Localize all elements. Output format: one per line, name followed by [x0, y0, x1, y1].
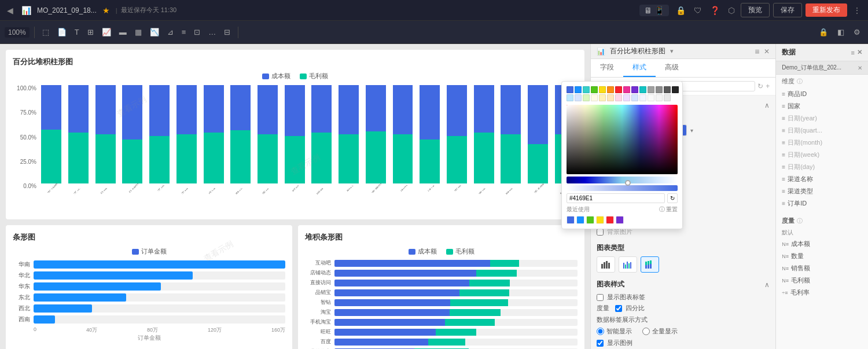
more-icon[interactable]: ⋮ [851, 5, 863, 16]
color-swatch-22[interactable] [631, 94, 638, 101]
degree-checkbox[interactable] [615, 305, 622, 312]
style-plus-icon[interactable]: + [766, 82, 770, 90]
color-swatch-9[interactable] [639, 86, 646, 93]
color-swatch-17[interactable] [591, 94, 598, 101]
toolbar-text-icon[interactable]: T [72, 26, 82, 38]
shbar-blue-fill [334, 299, 450, 306]
toolbar-layer-icon[interactable]: ◧ [834, 26, 847, 38]
color-swatch-7[interactable] [623, 86, 630, 93]
full-show-option[interactable]: 全量显示 [642, 327, 678, 336]
zoom-level[interactable]: 100% [5, 27, 30, 38]
toolbar-canvas-icon[interactable]: ⬚ [39, 26, 52, 38]
color-swatch-6[interactable] [615, 86, 622, 93]
toolbar-filter-icon[interactable]: ⊟ [221, 26, 233, 38]
basic-info-collapse[interactable]: ∧ [764, 101, 770, 109]
color-swatch-18[interactable] [599, 94, 606, 101]
tab-field[interactable]: 字段 [591, 59, 623, 77]
svg-rect-4 [623, 263, 624, 269]
color-swatch-24[interactable] [648, 94, 654, 101]
recent-swatch-3[interactable] [596, 216, 604, 224]
toolbar-list-icon[interactable]: ≡ [179, 26, 189, 38]
toolbar-file-icon[interactable]: 📄 [54, 26, 69, 38]
panel-menu-icon[interactable]: ≡ [755, 47, 759, 56]
chart-style-collapse[interactable]: ∧ [764, 281, 770, 289]
toolbar-line-icon[interactable]: 📈 [99, 26, 114, 38]
color-swatch-5[interactable] [607, 86, 614, 93]
recent-swatch-2[interactable] [591, 216, 594, 224]
toolbar-bar-icon[interactable]: ▬ [116, 26, 130, 38]
smart-show-radio[interactable] [597, 328, 604, 335]
panel-chart-name[interactable]: 百分比堆积柱形图 [610, 46, 665, 56]
copy-color-btn[interactable]: ↻ [667, 193, 678, 203]
panel-close-icon[interactable]: ✕ [764, 47, 770, 56]
reset-label[interactable]: 重置 [666, 205, 678, 214]
bar-segment-blue [420, 85, 440, 139]
star-icon[interactable]: ★ [100, 5, 112, 16]
toolbar-table-icon[interactable]: ⊞ [84, 26, 97, 38]
color-swatch-4[interactable] [599, 86, 606, 93]
lock-icon[interactable]: 🔒 [674, 5, 688, 16]
toolbar-grid-icon[interactable]: ▦ [132, 26, 145, 38]
color-swatch-20[interactable] [615, 94, 622, 101]
color-swatch-11[interactable] [656, 86, 663, 93]
toolbar-lock-icon[interactable]: 🔒 [816, 26, 831, 38]
smart-show-option[interactable]: 智能显示 [597, 327, 632, 336]
help-icon[interactable]: ❓ [708, 5, 722, 16]
toolbar-settings-icon[interactable]: ⚙ [851, 26, 863, 38]
refresh-icon[interactable]: ↻ [757, 82, 763, 90]
color-swatch-10[interactable] [648, 86, 654, 93]
recent-swatch-4[interactable] [606, 216, 614, 224]
gradient-handle[interactable] [625, 180, 631, 186]
toolbar-pie-icon[interactable]: ⊿ [164, 26, 176, 38]
recent-swatch-5[interactable] [616, 216, 624, 224]
hex-input[interactable] [591, 193, 665, 203]
hbar-label: 华东 [13, 282, 30, 291]
full-right: 📊 百分比堆积柱形图 ▾ ≡ ✕ 字段 样式 高级 🔍 ↻ + [590, 44, 868, 349]
toolbar-area-icon[interactable]: 📉 [147, 26, 162, 38]
color-swatch-23[interactable] [639, 94, 646, 101]
bar-group: 直接访问 [471, 85, 496, 189]
chart-type-btn-2[interactable] [619, 256, 637, 273]
color-swatch-25[interactable] [656, 94, 663, 101]
color-swatch-3[interactable] [591, 86, 598, 93]
bar-group: 旺旺 [282, 85, 307, 189]
panel-chart-dropdown[interactable]: ▾ [670, 47, 674, 55]
full-show-radio[interactable] [642, 328, 650, 335]
color-dropdown-arrow[interactable]: ▾ [690, 127, 693, 134]
color-swatch-8[interactable] [631, 86, 638, 93]
bar-label: 淡淡 [426, 183, 435, 192]
color-swatch-12[interactable] [664, 86, 671, 93]
data-panel-close[interactable]: ✕ [857, 49, 862, 56]
shield-icon[interactable]: 🛡 [692, 5, 704, 16]
preview-button[interactable]: 预览 [741, 3, 770, 17]
color-swatch-26[interactable] [664, 94, 671, 101]
save-button[interactable]: 保存 [773, 3, 802, 17]
bg-image-checkbox[interactable] [597, 229, 604, 236]
color-swatch-21[interactable] [623, 94, 630, 101]
chart-type-btn-3[interactable] [641, 256, 659, 273]
toolbar-more-icon[interactable]: … [205, 26, 219, 38]
hue-gradient[interactable] [591, 105, 678, 174]
tab-style[interactable]: 样式 [623, 59, 656, 77]
show-label-checkbox[interactable] [597, 294, 604, 301]
tab-advanced[interactable]: 高级 [656, 59, 688, 77]
canvas-area[interactable]: 百分比堆积柱形图 成本额 毛利额 100.0% 75.0% 50.0% 25.0… [0, 44, 590, 349]
data-panel-menu[interactable]: ≡ [851, 49, 855, 56]
grouped-bar-icon [623, 259, 633, 270]
desktop-icon[interactable]: 🖥 [644, 6, 652, 15]
chart-type-btn-1[interactable] [597, 256, 615, 273]
mobile-icon[interactable]: 📱 [654, 6, 664, 15]
publish-button[interactable]: 重新发布 [806, 3, 847, 17]
show-legend-checkbox[interactable] [597, 340, 604, 347]
data-panel-title: 数据 [782, 47, 796, 57]
dataset-close[interactable]: ✕ [858, 65, 862, 71]
color-swatch-19[interactable] [607, 94, 614, 101]
info-icon: ⓘ [659, 205, 665, 214]
color-strip[interactable] [591, 177, 678, 183]
toolbar-combo-icon[interactable]: ⊡ [191, 26, 203, 38]
opacity-bar[interactable] [591, 185, 678, 191]
bar-segment-green [339, 134, 359, 183]
back-icon[interactable]: ◀ [5, 5, 16, 16]
color-swatch-13[interactable] [672, 86, 679, 93]
share-icon[interactable]: ⬡ [726, 5, 737, 16]
